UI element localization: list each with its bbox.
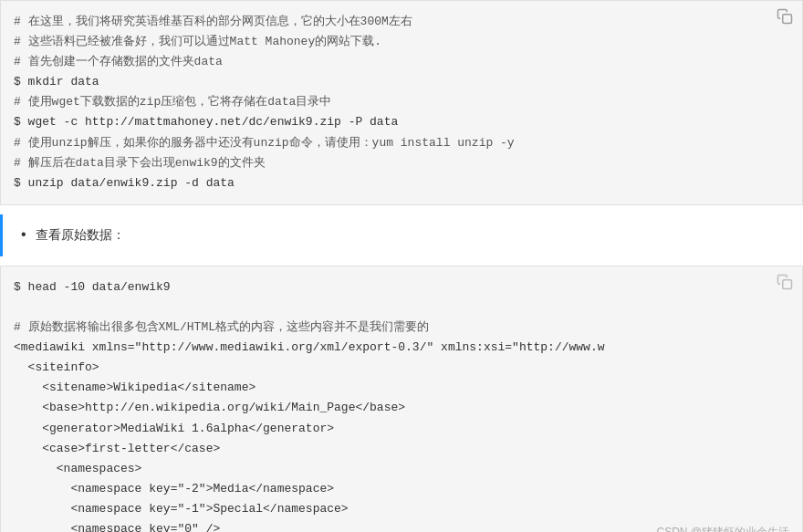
code-line: # 使用unzip解压，如果你的服务器中还没有unzip命令，请使用：yum i… xyxy=(14,136,515,150)
code-block-2: $ head -10 data/enwik9 # 原始数据将输出很多包含XML/… xyxy=(0,266,803,532)
copy-icon-1[interactable] xyxy=(777,8,793,25)
watermark: CSDN @猪猪虾的业余生活 xyxy=(656,523,789,532)
code-line: $ wget -c http://mattmahoney.net/dc/enwi… xyxy=(14,115,398,129)
bullet-text: 查看原始数据： xyxy=(36,227,125,244)
code-line: # 解压后在data目录下会出现enwik9的文件夹 xyxy=(14,156,266,170)
code-line: <namespaces> xyxy=(14,462,141,475)
code-line: <case>first-letter</case> xyxy=(14,442,220,455)
code-line: <namespace key="-2">Media</namespace> xyxy=(14,482,334,495)
code-block-1: # 在这里，我们将研究英语维基百科的部分网页信息，它的大小在300M左右 # 这… xyxy=(0,0,803,205)
svg-rect-1 xyxy=(783,280,792,289)
code-line: <mediawiki xmlns="http://www.mediawiki.o… xyxy=(14,340,605,354)
code-line: # 原始数据将输出很多包含XML/HTML格式的内容，这些内容并不是我们需要的 xyxy=(14,320,429,334)
code-content-2: $ head -10 data/enwik9 # 原始数据将输出很多包含XML/… xyxy=(14,277,789,532)
code-line: <namespace key="0" /> xyxy=(14,522,220,532)
code-line: # 使用wget下载数据的zip压缩包，它将存储在data目录中 xyxy=(14,95,331,109)
code-line: $ mkdir data xyxy=(14,75,99,89)
page-wrapper: # 在这里，我们将研究英语维基百科的部分网页信息，它的大小在300M左右 # 这… xyxy=(0,0,803,532)
code-line: <sitename>Wikipedia</sitename> xyxy=(14,381,256,394)
code-line: <namespace key="-1">Special</namespace> xyxy=(14,502,349,516)
code-line: # 在这里，我们将研究英语维基百科的部分网页信息，它的大小在300M左右 xyxy=(14,15,412,28)
svg-rect-0 xyxy=(783,15,792,24)
spacer-1 xyxy=(0,205,803,214)
bullet-section: • 查看原始数据： xyxy=(0,214,803,256)
code-line: $ unzip data/enwik9.zip -d data xyxy=(14,176,235,190)
bullet-item: • 查看原始数据： xyxy=(19,227,787,244)
spacer-2 xyxy=(0,256,803,266)
code-line: <base>http://en.wikipedia.org/wiki/Main_… xyxy=(14,401,405,414)
copy-icon-2[interactable] xyxy=(777,274,793,290)
bullet-dot: • xyxy=(19,227,28,244)
code-line: $ head -10 data/enwik9 xyxy=(14,280,171,294)
code-line: # 这些语料已经被准备好，我们可以通过Matt Mahoney的网站下载. xyxy=(14,35,381,48)
code-line: # 首先创建一个存储数据的文件夹data xyxy=(14,55,223,68)
code-content-1: # 在这里，我们将研究英语维基百科的部分网页信息，它的大小在300M左右 # 这… xyxy=(14,12,789,193)
code-line: <siteinfo> xyxy=(14,360,99,374)
code-line: <generator>MediaWiki 1.6alpha</generator… xyxy=(14,422,334,435)
